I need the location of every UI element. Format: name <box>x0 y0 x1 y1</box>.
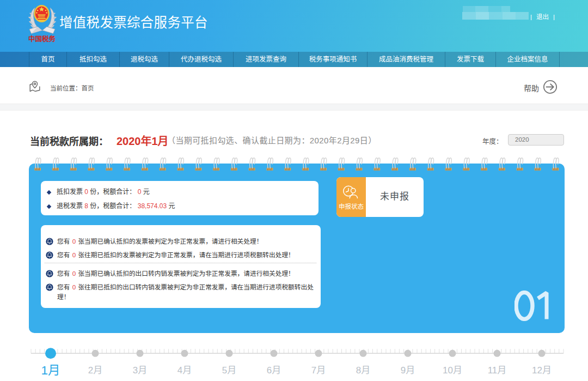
svg-text:中国税务: 中国税务 <box>28 35 56 43</box>
